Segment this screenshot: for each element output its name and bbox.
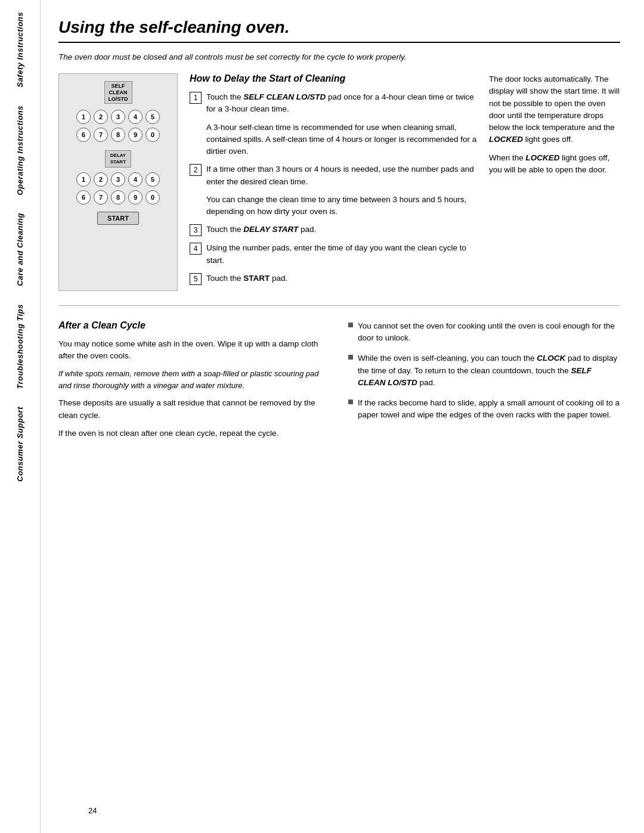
step-num-1: 1	[190, 92, 202, 104]
step-num-2: 2	[190, 164, 202, 176]
bullet-3: If the racks become hard to slide, apply…	[348, 397, 620, 422]
sidebar-label-troubleshooting: Troubleshooting Tips	[16, 304, 24, 389]
bullet-1: You cannot set the oven for cooking unti…	[348, 320, 620, 345]
step-5: 5 Touch the START pad.	[190, 272, 477, 285]
sidebar: Safety Instructions Operating Instructio…	[0, 0, 41, 833]
key-1b: 1	[76, 172, 91, 187]
intro-text: The oven door must be closed and all con…	[58, 52, 620, 61]
key-5b: 5	[145, 172, 160, 187]
main-content: Using the self-cleaning oven. The oven d…	[41, 0, 644, 833]
step-4-text: Using the number pads, enter the time of…	[206, 242, 477, 267]
after-clean-left: After a Clean Cycle You may notice some …	[58, 320, 330, 445]
key-2b: 2	[94, 172, 108, 187]
key-1: 1	[76, 110, 91, 124]
key-7b: 7	[94, 190, 108, 205]
keypad-row1: 1 2 3 4 5	[76, 110, 160, 124]
para-1: A 3-hour self-clean time is recommended …	[206, 122, 477, 158]
after-clean-para1: You may notice some white ash in the ove…	[58, 338, 330, 363]
after-clean-section: After a Clean Cycle You may notice some …	[58, 320, 620, 445]
after-clean-heading: After a Clean Cycle	[58, 320, 330, 331]
after-clean-italic: If white spots remain, remove them with …	[58, 368, 330, 391]
sidebar-label-consumer: Consumer Support	[16, 407, 24, 482]
key-3b: 3	[111, 172, 125, 187]
step-5-text: Touch the START pad.	[206, 272, 287, 284]
start-button-diagram: START	[97, 212, 139, 225]
door-locks-section: The door locks automatically. The displa…	[489, 73, 620, 291]
section-divider	[58, 305, 620, 306]
after-clean-para2: These deposits are usually a salt residu…	[58, 397, 330, 422]
top-section: SELF CLEAN LO/STD 1 2 3 4 5 6 7 8 9 0 DE…	[58, 73, 620, 291]
after-clean-right: You cannot set the oven for cooking unti…	[348, 320, 620, 445]
bullet-3-text: If the racks become hard to slide, apply…	[358, 397, 620, 422]
top-right: How to Delay the Start of Cleaning 1 Tou…	[190, 73, 620, 291]
step-num-4: 4	[190, 243, 202, 255]
step-3-text: Touch the DELAY START pad.	[206, 224, 316, 236]
door-locks-para2: When the LOCKED light goes off, you will…	[489, 152, 620, 176]
step-1: 1 Touch the SELF CLEAN LO/STD pad once f…	[190, 91, 477, 116]
bullet-1-text: You cannot set the oven for cooking unti…	[358, 320, 620, 345]
delay-section: How to Delay the Start of Cleaning 1 Tou…	[190, 73, 477, 291]
bullet-2: While the oven is self-cleaning, you can…	[348, 352, 620, 389]
key-6b: 6	[76, 190, 91, 205]
step-num-3: 3	[190, 224, 202, 236]
step-2-text: If a time other than 3 hours or 4 hours …	[206, 163, 477, 188]
key-8: 8	[111, 128, 125, 142]
key-0: 0	[145, 128, 160, 142]
key-6: 6	[76, 128, 91, 142]
step-3: 3 Touch the DELAY START pad.	[190, 224, 477, 236]
keypad-row3: 1 2 3 4 5	[76, 172, 160, 187]
bullet-square-3	[348, 400, 353, 404]
sidebar-label-operating: Operating Instructions	[16, 106, 24, 195]
key-9: 9	[128, 128, 143, 142]
step-2: 2 If a time other than 3 hours or 4 hour…	[190, 163, 477, 188]
key-4: 4	[128, 110, 143, 124]
key-5: 5	[145, 110, 160, 124]
delay-start-label: DELAY START	[105, 150, 131, 168]
bullet-square-2	[348, 355, 353, 360]
key-9b: 9	[128, 190, 143, 205]
keypad-row4: 6 7 8 9 0	[76, 190, 160, 205]
bullet-square-1	[348, 323, 353, 327]
key-8b: 8	[111, 190, 125, 205]
page-title: Using the self-cleaning oven.	[58, 18, 620, 43]
key-4b: 4	[128, 172, 143, 187]
oven-diagram: SELF CLEAN LO/STD 1 2 3 4 5 6 7 8 9 0 DE…	[58, 73, 178, 291]
bullet-2-text: While the oven is self-cleaning, you can…	[358, 352, 620, 389]
page-number: 24	[88, 806, 97, 815]
door-locks-para1: The door locks automatically. The displa…	[489, 73, 620, 146]
step-1-text: Touch the SELF CLEAN LO/STD pad once for…	[206, 91, 477, 116]
key-3: 3	[111, 110, 125, 124]
delay-heading: How to Delay the Start of Cleaning	[190, 73, 477, 84]
after-clean-para3: If the oven is not clean after one clean…	[58, 428, 330, 439]
para-2: You can change the clean time to any tim…	[206, 194, 477, 218]
self-clean-label: SELF CLEAN LO/STD	[104, 81, 132, 104]
key-7: 7	[94, 128, 108, 142]
sidebar-label-care: Care and Cleaning	[16, 213, 24, 286]
keypad-row2: 6 7 8 9 0	[76, 128, 160, 142]
sidebar-label-safety: Safety Instructions	[16, 12, 24, 88]
step-4: 4 Using the number pads, enter the time …	[190, 242, 477, 267]
key-2: 2	[94, 110, 108, 124]
key-0b: 0	[145, 190, 160, 205]
step-num-5: 5	[190, 273, 202, 285]
